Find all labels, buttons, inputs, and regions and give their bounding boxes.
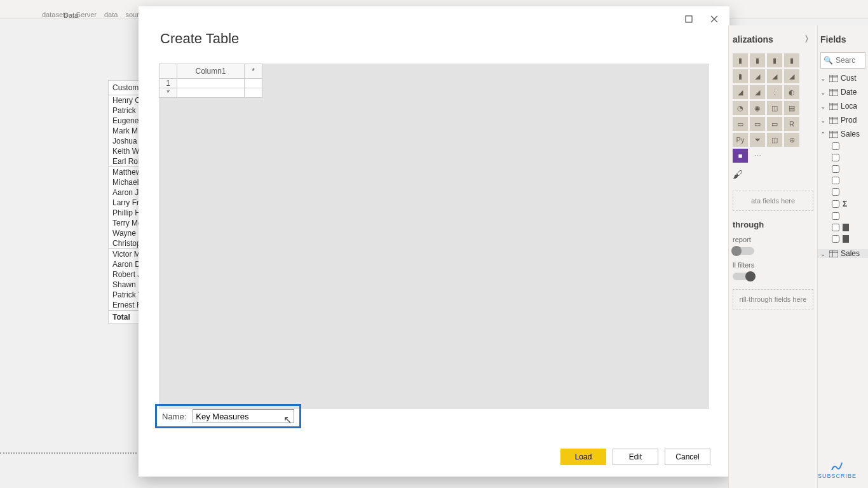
load-button[interactable]: Load <box>560 449 606 465</box>
visualizations-title: alizations 〉 <box>733 30 813 48</box>
corner-cell <box>159 64 177 79</box>
viz-ribbon-icon[interactable]: ◢ <box>733 85 748 99</box>
cross-report-toggle[interactable] <box>733 247 754 255</box>
table-location[interactable]: ⌄ Loca <box>820 102 865 111</box>
table-icon <box>829 103 838 110</box>
viz-treemap-icon[interactable]: ◉ <box>750 101 765 115</box>
field-checkbox[interactable] <box>832 165 839 173</box>
field-measure[interactable]: Σ <box>820 200 865 208</box>
dialog-titlebar <box>139 6 729 32</box>
viz-qa-icon[interactable]: ◫ <box>767 133 782 147</box>
viz-decomp-icon[interactable]: ⏷ <box>750 133 765 147</box>
calculator-icon <box>843 224 849 231</box>
drillthrough-title: through <box>733 220 813 229</box>
table-customer[interactable]: ⌄ Cust <box>820 74 865 83</box>
cell-new-1[interactable] <box>177 88 245 98</box>
close-button[interactable] <box>702 9 727 29</box>
field-item[interactable] <box>820 177 865 184</box>
add-row[interactable]: * <box>159 88 177 98</box>
viz-100-bar-icon[interactable]: ▮ <box>733 69 748 83</box>
table-icon <box>829 75 838 82</box>
viz-stacked-area-icon[interactable]: ◢ <box>767 69 782 83</box>
table-sales-2[interactable]: ⌄ Sales <box>818 249 868 258</box>
column-header-1[interactable]: Column1 <box>177 64 245 79</box>
chevron-down-icon: ⌄ <box>820 89 827 96</box>
data-grid[interactable]: Column1 * 1 * <box>159 64 262 98</box>
field-item[interactable] <box>820 154 865 161</box>
field-item[interactable] <box>820 165 865 173</box>
viz-map-icon[interactable]: ◫ <box>767 101 782 115</box>
sigma-icon: Σ <box>843 200 847 208</box>
field-checkbox[interactable] <box>832 224 839 231</box>
viz-card-icon[interactable]: ▭ <box>750 117 765 131</box>
field-item[interactable] <box>820 212 865 220</box>
viz-kpi-icon[interactable]: ▭ <box>767 117 782 131</box>
viz-funnel-icon[interactable]: ▤ <box>784 101 799 115</box>
field-checkbox[interactable] <box>832 188 839 196</box>
chevron-up-icon: ⌃ <box>820 131 827 138</box>
visual-gallery: ▮ ▮ ▮ ▮ ▮ ◢ ◢ ◢ ◢ ◢ ⋮ ◐ ◔ ◉ ◫ ▤ ▭ ▭ ▭ R … <box>733 53 813 163</box>
enter-data-grid[interactable]: Column1 * 1 * <box>159 64 709 409</box>
table-name-input[interactable] <box>193 409 294 423</box>
fields-search[interactable]: 🔍 Searc <box>820 52 865 69</box>
field-checkbox[interactable] <box>832 142 839 150</box>
viz-stacked-column-icon[interactable]: ▮ <box>750 53 765 67</box>
viz-line-icon[interactable]: ◢ <box>784 69 799 83</box>
viz-clustered-bar-icon[interactable]: ▮ <box>767 53 782 67</box>
cell-1-1[interactable] <box>177 79 245 88</box>
table-date[interactable]: ⌄ Date <box>820 88 865 97</box>
viz-python-icon[interactable]: Py <box>733 133 748 147</box>
table-icon <box>829 250 838 257</box>
table-sales[interactable]: ⌃ Sales <box>820 130 865 139</box>
field-checkbox[interactable] <box>832 200 839 208</box>
viz-more-icon[interactable]: ⋯ <box>750 149 765 163</box>
cell-new-new[interactable] <box>245 88 262 98</box>
viz-waterfall-icon[interactable]: ◢ <box>750 85 765 99</box>
viz-pie-icon[interactable]: ◐ <box>784 85 799 99</box>
viz-donut-icon[interactable]: ◔ <box>733 101 748 115</box>
viz-globe-icon[interactable]: ⊕ <box>784 133 799 147</box>
field-calc[interactable] <box>820 224 865 231</box>
field-checkbox[interactable] <box>832 177 839 184</box>
row-header-1[interactable]: 1 <box>159 79 177 88</box>
field-calc[interactable] <box>820 235 865 243</box>
add-column[interactable]: * <box>245 64 262 79</box>
cell-1-new[interactable] <box>245 79 262 88</box>
svg-rect-3 <box>829 75 838 82</box>
field-checkbox[interactable] <box>832 212 839 220</box>
field-item[interactable] <box>820 188 865 196</box>
format-brush-icon[interactable]: 🖌 <box>733 169 813 180</box>
fields-pane: Fields 🔍 Searc ⌄ Cust ⌄ Date ⌄ Loca ⌄ Pr… <box>817 25 868 488</box>
table-icon <box>829 131 838 138</box>
cancel-button[interactable]: Cancel <box>665 449 710 465</box>
maximize-button[interactable] <box>676 9 702 29</box>
field-checkbox[interactable] <box>832 235 839 243</box>
field-item[interactable] <box>820 142 865 150</box>
dialog-buttons: Load Edit Cancel <box>560 449 710 465</box>
keep-filters-toggle[interactable] <box>733 273 754 280</box>
table-product[interactable]: ⌄ Prod <box>820 116 865 125</box>
edit-button[interactable]: Edit <box>613 449 658 465</box>
viz-area-icon[interactable]: ◢ <box>750 69 765 83</box>
subscribe-watermark: SUBSCRIBE <box>818 460 857 479</box>
table-name-container: Name: <box>155 404 301 428</box>
table-icon <box>829 117 838 124</box>
drillthrough-fieldwell[interactable]: rill-through fields here <box>733 289 813 309</box>
viz-gauge-icon[interactable]: ▭ <box>733 117 748 131</box>
search-icon: 🔍 <box>824 56 833 65</box>
viz-r-icon[interactable]: R <box>784 117 799 131</box>
search-placeholder: Searc <box>836 56 855 65</box>
chevron-down-icon: ⌄ <box>820 117 827 124</box>
chevron-down-icon: ⌄ <box>820 75 827 82</box>
chevron-right-icon[interactable]: 〉 <box>804 34 813 45</box>
viz-powerapps-icon[interactable]: ■ <box>733 149 748 163</box>
table-icon <box>829 89 838 96</box>
values-fieldwell[interactable]: ata fields here <box>733 191 813 211</box>
field-checkbox[interactable] <box>832 154 839 161</box>
viz-scatter-icon[interactable]: ⋮ <box>767 85 782 99</box>
viz-clustered-column-icon[interactable]: ▮ <box>784 53 799 67</box>
visualizations-pane: alizations 〉 ▮ ▮ ▮ ▮ ▮ ◢ ◢ ◢ ◢ ◢ ⋮ ◐ ◔ ◉… <box>728 25 817 488</box>
create-table-dialog: Create Table Column1 * 1 * Name: Load <box>139 6 729 477</box>
page-divider <box>0 452 137 454</box>
viz-stacked-bar-icon[interactable]: ▮ <box>733 53 748 67</box>
